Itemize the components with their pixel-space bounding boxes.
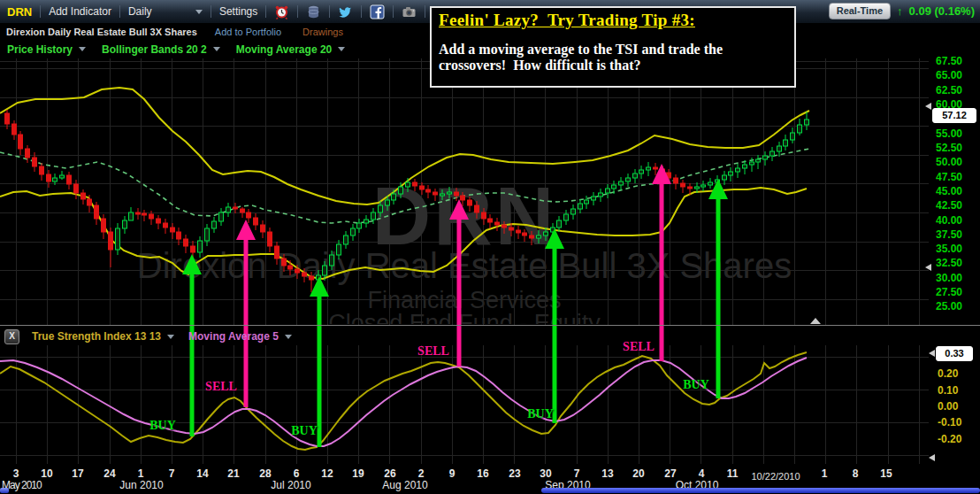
add-to-portfolio-link[interactable]: Add to Portfolio (215, 27, 281, 37)
price-axis-label: 35.00 (936, 243, 962, 255)
date-tick: 27 (664, 467, 676, 480)
separator (211, 5, 211, 18)
separator (329, 5, 330, 18)
bollinger-menu[interactable]: Bollinger Bands 20 2 (102, 43, 220, 56)
separator (425, 5, 425, 18)
period-dropdown[interactable]: Daily (128, 5, 203, 18)
date-tick: 11 (727, 467, 739, 480)
price-axis-label: 27.50 (936, 286, 962, 298)
chevron-down-icon (167, 335, 174, 339)
chevron-down-icon (285, 335, 292, 339)
price-change: 0.09 (0.16%) (909, 4, 975, 18)
price-axis-label: 45.00 (936, 185, 962, 197)
separator (361, 5, 362, 18)
annotation-body: Add a moving average to the TSI and trad… (439, 42, 787, 73)
separator (119, 5, 120, 18)
scrollbar-left-nub[interactable] (0, 488, 9, 493)
tsi-menu[interactable]: True Strength Index 13 13 (32, 330, 174, 343)
bollinger-label: Bollinger Bands 20 2 (102, 43, 207, 56)
axis-marker-icon (929, 454, 935, 461)
date-tick: 19 (352, 467, 364, 480)
last-price-box: 57.12 (932, 108, 976, 123)
close-indicator-button[interactable]: X (4, 329, 19, 344)
moving-average-label: Moving Average 20 (236, 43, 332, 56)
panel-divider[interactable] (0, 325, 980, 326)
price-axis-label: 55.00 (936, 127, 962, 140)
date-tick: 10 (41, 467, 52, 480)
month-label: Aug 2010 (382, 479, 427, 491)
scrollbar-thumb[interactable] (541, 488, 980, 493)
tsi-ma-menu[interactable]: Moving Average 5 (188, 330, 292, 343)
price-axis-label: 62.50 (936, 84, 962, 96)
tsi-axis-label: -0.10 (938, 416, 961, 428)
price-axis-label: 40.00 (936, 214, 962, 227)
trading-tip-annotation: Feelin' Lazy? Try Trading Tip #3: Add a … (430, 6, 796, 88)
quote-cluster: Real-Time ↑ 0.09 (0.16%) (829, 3, 975, 19)
date-tick: 8 (853, 467, 859, 480)
price-axis-label: 25.00 (936, 300, 962, 313)
separator (265, 5, 266, 18)
chevron-down-icon (195, 10, 203, 14)
date-tick: 13 (601, 467, 613, 480)
chevron-down-icon (79, 47, 86, 51)
buy-label: BUY (149, 419, 176, 433)
cursor-date-label: 10/22/2010 (751, 471, 800, 482)
separator (40, 5, 41, 18)
twitter-icon[interactable] (338, 4, 353, 19)
month-label: Jun 2010 (119, 479, 163, 491)
date-tick: 3 (13, 467, 19, 480)
date-tick: 7 (574, 467, 580, 480)
price-history-menu[interactable]: Price History (7, 43, 86, 56)
panel-collapse-icon[interactable] (810, 318, 821, 324)
date-tick: 9 (449, 467, 456, 480)
separator (393, 5, 394, 18)
price-panel-grid (0, 58, 929, 325)
tsi-axis-label: 0.00 (938, 400, 958, 413)
axis-marker-icon (929, 350, 935, 357)
date-tick: 7 (169, 467, 175, 480)
price-axis-label: 32.50 (936, 257, 962, 269)
data-cylinder-icon[interactable] (306, 4, 321, 19)
date-tick: 12 (321, 467, 333, 480)
security-name: Direxion Daily Real Estate Bull 3X Share… (6, 27, 197, 37)
price-axis-label: 37.50 (936, 228, 962, 241)
date-tick: 14 (196, 467, 208, 480)
symbol-label[interactable]: DRN (7, 5, 32, 19)
price-axis-label: 30.00 (936, 272, 962, 284)
alarm-icon[interactable] (274, 4, 289, 19)
settings-menu[interactable]: Settings (219, 5, 257, 18)
sell-label: SELL (205, 380, 237, 394)
buy-label: BUY (527, 407, 554, 421)
annotation-line2: crossovers! How difficult is that? (439, 58, 787, 73)
security-row: Direxion Daily Real Estate Bull 3X Share… (6, 25, 343, 38)
sell-label: SELL (623, 340, 655, 354)
date-tick: 26 (384, 467, 395, 480)
date-tick: 17 (72, 467, 83, 480)
price-history-label: Price History (7, 43, 73, 56)
chevron-down-icon (338, 47, 345, 51)
price-axis-label: 65.00 (936, 69, 962, 81)
date-tick: 15 (880, 467, 892, 480)
date-tick: 16 (477, 467, 488, 480)
month-label: Jul 2010 (271, 479, 310, 491)
period-label: Daily (128, 5, 152, 18)
facebook-icon[interactable] (370, 4, 385, 19)
date-tick: 20 (632, 467, 644, 480)
tsi-panel-grid (0, 345, 929, 464)
annotation-line1: Add a moving average to the TSI and trad… (439, 42, 787, 58)
charting-app: DRN Direxion Daily Real Estate Bull 3X S… (0, 0, 980, 494)
date-tick: 4 (699, 467, 705, 480)
realtime-button[interactable]: Real-Time (829, 3, 891, 19)
tsi-label: True Strength Index 13 13 (32, 330, 161, 343)
buy-label: BUY (291, 424, 318, 438)
moving-average-menu[interactable]: Moving Average 20 (236, 43, 345, 56)
price-axis-label: 47.50 (936, 171, 962, 183)
tsi-axis-label: 0.10 (938, 384, 958, 397)
date-tick: 2 (418, 467, 425, 480)
date-tick: 23 (509, 467, 520, 480)
add-indicator-menu[interactable]: Add Indicator (49, 5, 111, 18)
price-axis-label: 50.00 (936, 156, 962, 168)
drawings-link[interactable]: Drawings (302, 27, 343, 37)
camera-icon[interactable] (402, 4, 417, 19)
up-arrow-icon: ↑ (897, 4, 903, 18)
